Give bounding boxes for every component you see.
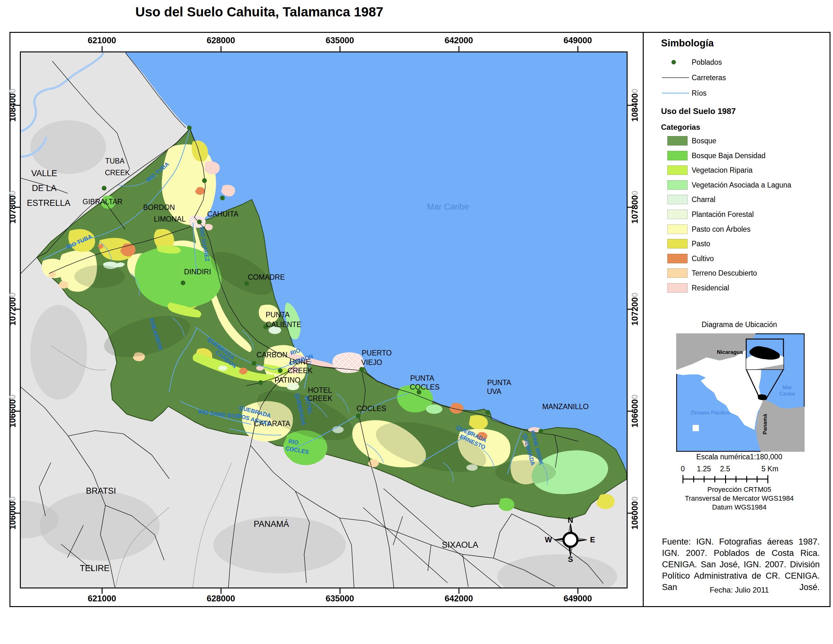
projection-line-1: Proyección CRTM05	[708, 486, 772, 494]
axis-tick-left	[14, 105, 21, 106]
category-swatch	[667, 283, 688, 293]
axis-tick-bottom	[101, 588, 103, 594]
axis-tick-left	[14, 309, 21, 310]
category-swatch	[667, 254, 688, 263]
axis-tick-left	[14, 513, 21, 514]
axis-tick-right	[627, 411, 633, 412]
inset-label: Mar	[783, 385, 792, 391]
category-swatch	[667, 209, 688, 219]
scalebar-tick	[714, 476, 715, 482]
legend-panel: Simbología PobladosCarreterasRíos Uso de…	[644, 32, 830, 606]
category-label: Vegetacion Riparia	[691, 166, 753, 175]
scalebar-mark: 2.5	[720, 465, 730, 473]
category-label: Charral	[691, 195, 715, 204]
symbol-label: Carreteras	[691, 74, 726, 82]
category-label: Vegetación Asociada a Laguna	[691, 180, 791, 189]
category-label: Bosque Baja Densidad	[691, 151, 765, 160]
source-text: Fuente: IGN. Fotografias áereas 1987. IG…	[662, 536, 820, 593]
scalebar-tick	[693, 476, 694, 482]
category-label: Cultivo	[691, 254, 714, 262]
scalebar-tick	[725, 475, 726, 483]
axis-tick-top	[458, 46, 460, 52]
axis-tick-right	[627, 513, 633, 514]
category-swatch	[667, 239, 688, 248]
category-swatch	[667, 166, 688, 175]
scalebar-tick	[767, 475, 768, 483]
axis-tick-right	[627, 207, 633, 208]
category-swatch	[667, 151, 688, 160]
projection-line-3: Datum WGS1984	[712, 503, 766, 511]
line-symbol	[662, 93, 689, 93]
axis-label-top: 635000	[326, 36, 354, 45]
date-text: Fecha: Julio 2011	[710, 586, 769, 594]
scalebar-tick	[757, 476, 757, 482]
scalebar-tick	[682, 475, 683, 483]
inset-label: Nicaragua	[717, 349, 743, 355]
category-label: Bosque	[691, 137, 716, 145]
axis-label-bottom: 635000	[326, 594, 354, 604]
axis-tick-right	[627, 105, 633, 106]
inset-label: Óceano Pácifico	[691, 410, 730, 416]
scalebar-tick	[735, 476, 737, 482]
axis-tick-left	[14, 411, 21, 412]
page-title: Uso del Suelo Cahuita, Talamanca 1987	[135, 5, 383, 19]
axis-label-bottom: 642000	[445, 594, 473, 604]
projection-line-2: Transversal de Mercator WGS1984	[685, 494, 794, 502]
inset-label: Panamá	[762, 414, 768, 435]
legend-subheader: Uso del Suelo 1987	[661, 106, 736, 116]
map-svg	[21, 52, 627, 588]
category-swatch	[667, 224, 688, 234]
axis-label-bottom: 621000	[88, 594, 116, 604]
inset-map: NicaraguaMarCaribeÓceano PácificoPanamá	[676, 333, 805, 452]
axis-label-top: 628000	[207, 36, 235, 45]
poblados-symbol	[671, 60, 676, 64]
legend-header: Simbología	[661, 37, 714, 49]
inset-label: Caribe	[779, 391, 795, 397]
category-label: Plantación Forestal	[691, 210, 754, 219]
axis-tick-top	[220, 46, 222, 52]
axis-label-bottom: 649000	[564, 594, 592, 604]
scale-text: Escala numérica1:180,000	[696, 453, 782, 461]
category-label: Pasto con Árboles	[691, 225, 751, 233]
axis-tick-bottom	[577, 588, 578, 594]
symbol-label: Poblados	[691, 58, 722, 67]
category-swatch	[667, 136, 688, 145]
category-label: Pasto	[691, 240, 710, 248]
axis-tick-bottom	[458, 588, 460, 594]
axis-tick-right	[627, 309, 633, 310]
axis-label-top: 621000	[88, 36, 116, 45]
scalebar-mark: 5 Km	[761, 465, 778, 473]
symbol-label: Ríos	[691, 89, 706, 98]
legend-categories-header: Categorias	[661, 123, 700, 132]
scalebar-mark: 1.25	[697, 465, 711, 473]
axis-tick-top	[339, 46, 341, 52]
map-canvas	[20, 52, 627, 588]
scalebar-tick	[704, 476, 704, 482]
axis-tick-top	[101, 46, 103, 52]
axis-tick-top	[577, 46, 578, 52]
category-swatch	[667, 180, 688, 190]
map-layout-page: Uso del Suelo Cahuita, Talamanca 1987	[0, 0, 833, 644]
axis-tick-left	[14, 207, 21, 208]
axis-label-bottom: 628000	[207, 594, 235, 604]
axis-label-top: 642000	[445, 36, 473, 45]
category-swatch	[667, 195, 688, 204]
scalebar-tick	[746, 476, 747, 482]
axis-tick-bottom	[220, 588, 222, 594]
scalebar-mark: 0	[681, 465, 685, 473]
line-symbol	[662, 77, 689, 78]
category-label: Residencial	[691, 284, 729, 292]
axis-tick-bottom	[339, 588, 341, 594]
category-label: Terreno Descubierto	[691, 269, 757, 277]
category-swatch	[667, 268, 688, 278]
inset-title: Diagrama de Ubicación	[701, 320, 777, 329]
axis-label-top: 649000	[564, 36, 592, 45]
